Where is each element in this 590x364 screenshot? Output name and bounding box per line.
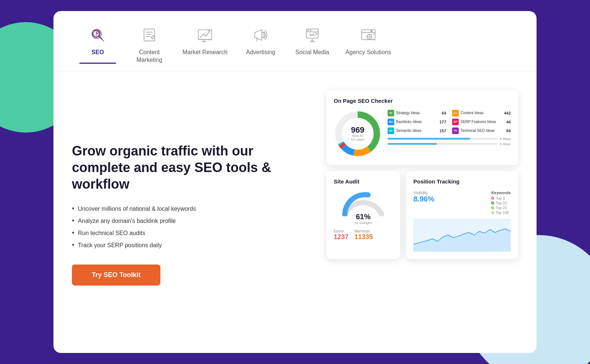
hero-headline: Grow organic traffic with our complete a… <box>72 143 312 192</box>
legend-dot-top100 <box>491 211 494 214</box>
tab-social-media[interactable]: Social Media <box>287 22 338 64</box>
idea-semantic: Se Semantic Ideas 157 <box>388 127 446 134</box>
svg-point-18 <box>307 30 309 31</box>
chart-svg <box>413 218 511 252</box>
legend-top100: Top 100 <box>491 211 511 215</box>
svg-line-23 <box>316 34 317 35</box>
feature-item-4: Track your SERP positions daily <box>72 239 312 251</box>
try-seo-toolkit-button[interactable]: Try SEO Toolkit <box>72 265 160 286</box>
donut-center: 969 ideas for 182 pages <box>351 126 364 141</box>
semantic-label: Semantic Ideas <box>396 129 438 133</box>
legend-label-top100: Top 100 <box>496 211 509 215</box>
strategy-badge: St <box>388 110 394 116</box>
progress-label-2: 5 Ideas <box>500 142 511 146</box>
legend-dot-top3 <box>491 197 494 200</box>
tab-agency-solutions[interactable]: Agency Solutions <box>338 22 399 64</box>
warnings-label: Warnings <box>354 229 373 233</box>
legend-label-top10: Top 10 <box>496 201 507 205</box>
legend-label-top3: Top 3 <box>496 196 504 200</box>
content-badge: Co <box>452 110 459 116</box>
semantic-badge: Se <box>388 127 394 134</box>
errors-label: Errors <box>334 229 348 233</box>
position-tracking-card: Position Tracking Visibility 8.96% Keywo… <box>406 171 518 259</box>
tab-market-research[interactable]: Market Research <box>175 22 235 64</box>
backlinks-badge: Ba <box>388 119 394 125</box>
audit-stats: Errors 1237 Warnings 11335 <box>334 229 393 241</box>
feature-item-2: Analyze any domain's backlink profile <box>72 215 312 227</box>
backlinks-label: Backlinks Ideas <box>396 120 438 124</box>
idea-technical: Te Technical SEO Ideas 84 <box>452 127 511 134</box>
progress-row-1: 8 Ideas <box>388 137 511 141</box>
line-chart <box>413 218 511 252</box>
progress-label-1: 8 Ideas <box>500 137 511 141</box>
visibility-value: 8.96% <box>413 195 434 203</box>
donut-subtitle: ideas for 182 pages <box>351 134 364 141</box>
errors-stat: Errors 1237 <box>334 229 348 241</box>
social-media-icon <box>303 26 322 44</box>
right-content: On Page SEO Checker <box>326 90 518 338</box>
progress-bars: 8 Ideas 5 Ideas <box>388 137 511 146</box>
progress-fill-2 <box>388 143 437 145</box>
tab-seo[interactable]: SEO <box>72 22 124 64</box>
strategy-label: Strategy Ideas <box>396 111 440 115</box>
gauge-subtitle: no changes <box>355 221 372 225</box>
backlinks-count: 177 <box>440 120 446 124</box>
errors-value: 1237 <box>334 233 348 241</box>
site-audit-card: Site Audit 61% no changes <box>326 171 400 259</box>
serp-count: 44 <box>506 120 511 124</box>
legend-dot-top10 <box>491 202 494 204</box>
visibility-section: Visibility 8.96% <box>413 190 434 203</box>
tab-market-label: Market Research <box>183 49 228 56</box>
tab-advertising-label: Advertising <box>246 49 275 56</box>
svg-point-19 <box>310 30 311 31</box>
svg-rect-14 <box>262 32 264 37</box>
seo-checker-card: On Page SEO Checker <box>326 90 518 165</box>
site-audit-title: Site Audit <box>334 178 393 185</box>
technical-badge: Te <box>452 127 459 134</box>
tab-content-label: Content Marketing <box>136 49 162 64</box>
donut-chart: 969 ideas for 182 pages <box>334 110 382 158</box>
gauge-reading: 61% no changes <box>355 213 372 225</box>
warnings-value: 11335 <box>354 233 373 241</box>
svg-point-26 <box>370 30 372 32</box>
left-content: Grow organic traffic with our complete a… <box>72 90 312 338</box>
progress-track-2 <box>388 143 497 145</box>
seo-icon <box>88 26 107 44</box>
ideas-grid: St Strategy Ideas 64 Co Content Ideas 44… <box>388 110 511 134</box>
warnings-stat: Warnings 11335 <box>354 229 373 241</box>
idea-strategy: St Strategy Ideas 64 <box>388 110 446 116</box>
technical-count: 84 <box>506 129 511 133</box>
donut-number: 969 <box>351 126 364 134</box>
technical-label: Technical SEO Ideas <box>461 129 504 133</box>
progress-track-1 <box>388 138 497 140</box>
tracking-header: Visibility 8.96% Keywords Top 3 Top <box>413 190 511 216</box>
legend-dot-top20 <box>491 206 494 209</box>
seo-checker-title: On Page SEO Checker <box>334 98 511 104</box>
idea-backlinks: Ba Backlinks Ideas 177 <box>388 119 446 125</box>
gauge-container: 61% no changes <box>334 190 393 225</box>
content-count: 442 <box>504 111 511 115</box>
tab-social-label: Social Media <box>295 49 329 56</box>
idea-content: Co Content Ideas 442 <box>452 110 511 116</box>
advertising-icon <box>251 26 270 44</box>
legend-label-top20: Top 20 <box>496 206 507 210</box>
tab-seo-label: SEO <box>91 49 104 56</box>
content-marketing-icon <box>140 26 159 44</box>
serp-label: SERP Features Ideas <box>461 120 504 124</box>
keywords-section: Keywords Top 3 Top 10 Top <box>491 190 511 216</box>
seo-checker-content: 969 ideas for 182 pages St Strategy Idea… <box>334 110 511 158</box>
legend-top3: Top 3 <box>491 196 511 200</box>
progress-row-2: 5 Ideas <box>388 142 511 146</box>
feature-item-3: Run technical SEO audits <box>72 227 312 239</box>
svg-point-21 <box>313 32 316 35</box>
ideas-section: St Strategy Ideas 64 Co Content Ideas 44… <box>388 110 511 147</box>
serp-badge: SF <box>452 119 459 125</box>
feature-list: Uncover millions of national & local key… <box>72 203 312 251</box>
strategy-count: 64 <box>442 111 446 115</box>
progress-fill-1 <box>388 138 470 140</box>
tab-agency-label: Agency Solutions <box>346 49 391 56</box>
tab-advertising[interactable]: Advertising <box>235 22 287 64</box>
visibility-label: Visibility <box>413 190 434 195</box>
tab-content-marketing[interactable]: Content Marketing <box>124 22 175 71</box>
agency-solutions-icon <box>359 26 378 44</box>
